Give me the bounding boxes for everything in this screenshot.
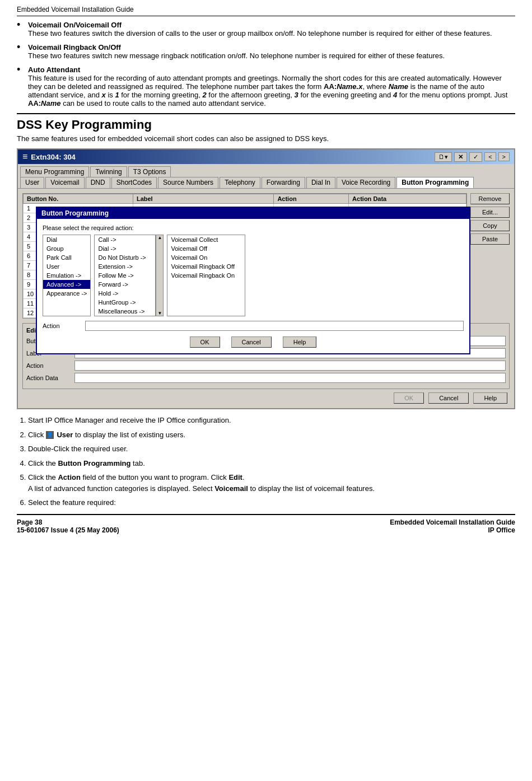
page-footer: Page 38 15-601067 Issue 4 (25 May 2006) … (17, 514, 515, 537)
col-header-label: Label (133, 194, 273, 204)
bp-action-row: Action (43, 321, 464, 331)
bullet-dot-2: • (17, 42, 28, 60)
tab-forwarding[interactable]: Forwarding (262, 177, 305, 188)
bp-popup-title: Button Programming (37, 208, 469, 219)
bp-list-item-vm-rb-on[interactable]: Voicemail Ringback On (167, 271, 245, 280)
titlebar-right-btn[interactable]: > (498, 152, 510, 161)
col-header-action-data: Action Data (349, 194, 466, 204)
bp-ok-button[interactable]: OK (190, 336, 220, 348)
bullet-text-1: These two features switch the diversion … (28, 29, 492, 38)
bp-list-item-hold[interactable]: Hold -> (95, 289, 155, 298)
bp-list-item-advanced[interactable]: Advanced -> (43, 280, 90, 289)
bp-list-item-group[interactable]: Group (43, 244, 90, 253)
titlebar-left-btn[interactable]: < (484, 152, 496, 161)
bullet-content-1: Voicemail On/Voicemail Off These two fea… (28, 21, 515, 38)
titlebar-new-btn[interactable]: 🗋▾ (435, 152, 452, 162)
tab-twinning[interactable]: Twinning (90, 166, 127, 177)
bp-list-3: Voicemail Collect Voicemail Off Voicemai… (167, 235, 245, 316)
instruction-3-text: Double-Click the required user. (28, 445, 128, 453)
main-dialog: ≡ Extn304: 304 🗋▾ ✕ ✓ < > Menu Programmi… (17, 148, 515, 409)
list2-scrollbar[interactable]: ▲ ▼ (156, 235, 164, 316)
bp-list-item-vm-collect[interactable]: Voicemail Collect (167, 235, 245, 244)
bp-list-2: Call -> Dial -> Do Not Disturb -> Extens… (94, 235, 156, 316)
main-table-area: Button No. Label Action Action Data 1 2 … (22, 193, 510, 319)
dialog-titlebar: ≡ Extn304: 304 🗋▾ ✕ ✓ < > (18, 149, 514, 164)
dss-intro: The same features used for embedded voic… (17, 134, 515, 143)
form-row-action-data: Action Data (26, 373, 506, 383)
bp-cancel-button[interactable]: Cancel (231, 336, 272, 348)
instruction-2-text: Click 👤 User to display the list of exis… (28, 431, 185, 439)
instructions-list: Start IP Office Manager and receive the … (17, 415, 515, 508)
dialog-title: Extn304: 304 (31, 153, 76, 161)
tab-dial-in[interactable]: Dial In (306, 177, 335, 188)
tab-shortcodes[interactable]: ShortCodes (111, 177, 157, 188)
bp-list-item-dial2[interactable]: Dial -> (95, 244, 155, 253)
remove-button[interactable]: Remove (470, 193, 510, 204)
bp-list-item-appearance[interactable]: Appearance -> (43, 289, 90, 298)
bp-list-item-vm-rb-off[interactable]: Voicemail Ringback Off (167, 262, 245, 271)
scrollbar-up[interactable]: ▲ (156, 235, 163, 240)
dialog-help-button[interactable]: Help (473, 392, 507, 404)
instruction-5: Click the Action field of the button you… (28, 472, 515, 494)
bullet-item-3: • Auto Attendant This feature is used fo… (17, 66, 515, 107)
dialog-cancel-button[interactable]: Cancel (428, 392, 469, 404)
tabs-row2: User Voicemail DND ShortCodes Source Num… (18, 177, 514, 189)
footer-product: IP Office (390, 526, 515, 534)
tab-button-programming[interactable]: Button Programming (396, 177, 474, 188)
instruction-3: Double-Click the required user. (28, 443, 515, 455)
titlebar-buttons: 🗋▾ ✕ ✓ < > (435, 152, 510, 162)
bp-action-label: Action (43, 322, 82, 329)
table-container: Button No. Label Action Action Data 1 2 … (22, 193, 467, 319)
bullet-content-3: Auto Attendant This feature is used for … (28, 66, 515, 107)
titlebar-close-btn[interactable]: ✕ (454, 152, 467, 162)
paste-button[interactable]: Paste (470, 233, 510, 245)
bp-list-item-call[interactable]: Call -> (95, 235, 155, 244)
instruction-6: Select the feature required: (28, 497, 515, 508)
bullet-title-2: Voicemail Ringback On/Off (28, 43, 121, 52)
bp-list-item-extension[interactable]: Extension -> (95, 262, 155, 271)
bp-list-item-forward[interactable]: Forward -> (95, 280, 155, 289)
side-buttons: Remove Edit... Copy Paste (470, 193, 510, 319)
bullet-content-2: Voicemail Ringback On/Off These two feat… (28, 43, 515, 60)
bp-list-item-vm-off[interactable]: Voicemail Off (167, 244, 245, 253)
tab-voice-recording[interactable]: Voice Recording (337, 177, 395, 188)
bp-list-item-vm-on[interactable]: Voicemail On (167, 253, 245, 262)
field-label-action-data: Action Data (26, 375, 71, 381)
titlebar-check-btn[interactable]: ✓ (469, 152, 482, 162)
copy-button[interactable]: Copy (470, 220, 510, 231)
tab-dnd[interactable]: DND (86, 177, 110, 188)
bp-list-item-user[interactable]: User (43, 262, 90, 271)
bp-list-item-huntgroup[interactable]: HuntGroup -> (95, 298, 155, 307)
scrollbar-down[interactable]: ▼ (156, 311, 163, 316)
dialog-ok-button[interactable]: OK (394, 392, 424, 404)
bp-popup-body: Dial Group Park Call User Emulation -> A… (43, 235, 464, 316)
footer-guide-title: Embedded Voicemail Installation Guide (390, 518, 515, 526)
tab-user[interactable]: User (20, 177, 44, 188)
tab-telephony[interactable]: Telephony (220, 177, 260, 188)
dss-heading: DSS Key Programming (17, 113, 515, 132)
bp-list-item-dnd[interactable]: Do Not Disturb -> (95, 253, 155, 262)
bp-list-item-dial[interactable]: Dial (43, 235, 90, 244)
tab-t3-options[interactable]: T3 Options (128, 166, 171, 177)
tab-menu-programming[interactable]: Menu Programming (20, 166, 89, 177)
instruction-4-text: Click the Button Programming tab. (28, 459, 145, 467)
bp-action-input[interactable] (85, 321, 464, 331)
tab-voicemail[interactable]: Voicemail (45, 177, 84, 188)
field-input-action-data[interactable] (74, 373, 506, 383)
bp-list-item-park-call[interactable]: Park Call (43, 253, 90, 262)
titlebar-left: ≡ Extn304: 304 (22, 152, 76, 162)
bottom-dialog-buttons: OK Cancel Help (22, 392, 510, 404)
bp-list-item-follow-me[interactable]: Follow Me -> (95, 271, 155, 280)
tab-source-numbers[interactable]: Source Numbers (158, 177, 218, 188)
footer-right: Embedded Voicemail Installation Guide IP… (390, 518, 515, 534)
footer-page: Page 38 (17, 518, 119, 526)
field-label-action: Action (26, 362, 71, 369)
bp-list-item-emulation[interactable]: Emulation -> (43, 271, 90, 280)
bullet-text-3: This feature is used for the recording o… (28, 74, 507, 107)
bp-list-item-misc[interactable]: Miscellaneous -> (95, 307, 155, 316)
bp-help-button[interactable]: Help (283, 336, 317, 348)
field-input-action[interactable] (74, 361, 506, 371)
bp-bottom-buttons: OK Cancel Help (43, 336, 464, 348)
edit-button[interactable]: Edit... (470, 207, 510, 218)
bullet-section: • Voicemail On/Voicemail Off These two f… (17, 21, 515, 107)
